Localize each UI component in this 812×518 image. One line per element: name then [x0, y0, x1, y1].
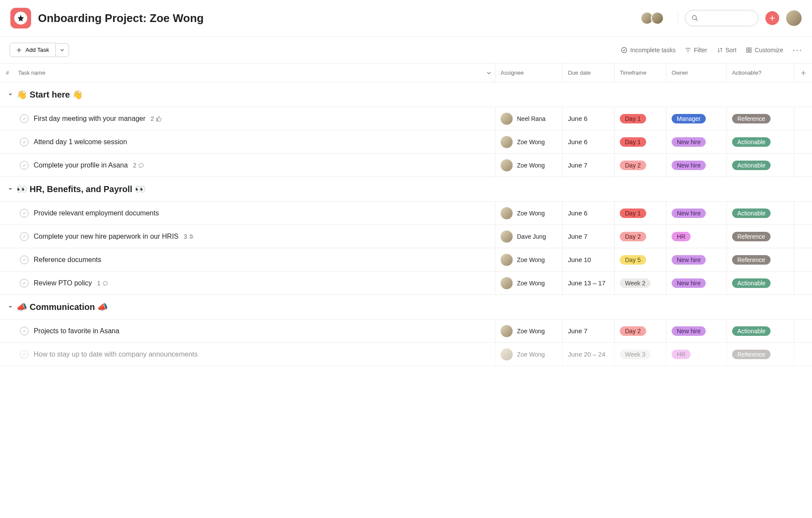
actionable-cell[interactable]: Actionable [726, 130, 794, 153]
complete-checkbox[interactable] [20, 350, 29, 359]
pill-actionable[interactable]: Actionable [732, 208, 771, 218]
task-row[interactable]: Provide relevant employment documents Zo… [0, 202, 812, 225]
task-name-cell[interactable]: Projects to favorite in Asana [0, 319, 495, 342]
owner-cell[interactable]: New hire [666, 319, 726, 342]
pill-newhire[interactable]: New hire [672, 278, 706, 288]
complete-checkbox[interactable] [20, 114, 29, 123]
pill-newhire[interactable]: New hire [672, 208, 706, 218]
due-cell[interactable]: June 7 [562, 319, 614, 342]
assignee-cell[interactable]: Zoe Wong [495, 202, 562, 224]
assignee-cell[interactable]: Zoe Wong [495, 130, 562, 153]
task-row[interactable]: Complete your profile in Asana 2 Zoe Won… [0, 154, 812, 177]
actionable-cell[interactable]: Actionable [726, 272, 794, 294]
due-cell[interactable]: June 10 [562, 248, 614, 271]
actionable-cell[interactable]: Reference [726, 343, 794, 366]
col-actionable-header[interactable]: Actionable? [726, 63, 794, 82]
pill-manager[interactable]: Manager [672, 114, 706, 123]
pill-week2[interactable]: Week 2 [620, 278, 650, 288]
task-name-cell[interactable]: Provide relevant employment documents [0, 202, 495, 224]
pill-day1[interactable]: Day 1 [620, 208, 646, 218]
pill-newhire[interactable]: New hire [672, 161, 706, 170]
due-cell[interactable]: June 6 [562, 107, 614, 130]
pill-reference[interactable]: Reference [732, 114, 771, 123]
section-header[interactable]: 📣 Communication 📣 [0, 295, 812, 319]
add-task-dropdown[interactable] [56, 43, 69, 57]
col-owner-header[interactable]: Owner [666, 63, 726, 82]
owner-cell[interactable]: New hire [666, 202, 726, 224]
pill-actionable[interactable]: Actionable [732, 137, 771, 147]
pill-reference[interactable]: Reference [732, 255, 771, 265]
actionable-cell[interactable]: Actionable [726, 154, 794, 177]
task-name-cell[interactable]: Complete your new hire paperwork in our … [0, 225, 495, 248]
actionable-cell[interactable]: Reference [726, 107, 794, 130]
due-cell[interactable]: June 6 [562, 130, 614, 153]
pill-day5[interactable]: Day 5 [620, 255, 646, 265]
timeframe-cell[interactable]: Day 1 [614, 107, 666, 130]
actionable-cell[interactable]: Reference [726, 248, 794, 271]
timeframe-cell[interactable]: Day 1 [614, 130, 666, 153]
task-name-cell[interactable]: First day meeting with your manager 2 [0, 107, 495, 130]
user-avatar[interactable] [786, 10, 802, 26]
timeframe-cell[interactable]: Day 2 [614, 154, 666, 177]
section-header[interactable]: 👀 HR, Benefits, and Payroll 👀 [0, 177, 812, 202]
complete-checkbox[interactable] [20, 138, 29, 146]
task-row[interactable]: Projects to favorite in Asana Zoe Wong J… [0, 319, 812, 343]
actionable-cell[interactable]: Actionable [726, 319, 794, 342]
col-num-header[interactable]: # [0, 63, 15, 82]
task-name-cell[interactable]: How to stay up to date with company anno… [0, 343, 495, 366]
pill-day2[interactable]: Day 2 [620, 326, 646, 336]
caret-down-icon[interactable] [8, 92, 13, 97]
col-due-header[interactable]: Due date [562, 63, 614, 82]
owner-cell[interactable]: Manager [666, 107, 726, 130]
search-input[interactable] [685, 10, 758, 26]
complete-checkbox[interactable] [20, 327, 29, 335]
task-row[interactable]: How to stay up to date with company anno… [0, 343, 812, 366]
due-cell[interactable]: June 7 [562, 154, 614, 177]
owner-cell[interactable]: New hire [666, 154, 726, 177]
pill-day2[interactable]: Day 2 [620, 232, 646, 241]
task-row[interactable]: Reference documents Zoe Wong June 10 Day… [0, 248, 812, 272]
assignee-cell[interactable]: Dave Jung [495, 225, 562, 248]
collaborator-avatar[interactable] [651, 12, 664, 25]
actionable-cell[interactable]: Reference [726, 225, 794, 248]
task-row[interactable]: First day meeting with your manager 2 Ne… [0, 107, 812, 130]
task-row[interactable]: Attend day 1 welcome session Zoe Wong Ju… [0, 130, 812, 154]
caret-down-icon[interactable] [8, 304, 13, 310]
task-row[interactable]: Review PTO policy 1 Zoe Wong June 13 – 1… [0, 272, 812, 295]
pill-actionable[interactable]: Actionable [732, 161, 771, 170]
pill-actionable[interactable]: Actionable [732, 326, 771, 336]
more-button[interactable]: ··· [793, 45, 802, 55]
pill-day1[interactable]: Day 1 [620, 114, 646, 123]
filter-button[interactable]: Filter [685, 47, 707, 54]
pill-reference[interactable]: Reference [732, 350, 771, 359]
complete-checkbox[interactable] [20, 256, 29, 264]
assignee-cell[interactable]: Zoe Wong [495, 319, 562, 342]
customize-button[interactable]: Customize [746, 47, 783, 54]
timeframe-cell[interactable]: Week 2 [614, 272, 666, 294]
col-assignee-header[interactable]: Assignee [495, 63, 562, 82]
timeframe-cell[interactable]: Day 2 [614, 319, 666, 342]
pill-newhire[interactable]: New hire [672, 255, 706, 265]
complete-checkbox[interactable] [20, 232, 29, 241]
incomplete-tasks-filter[interactable]: Incomplete tasks [621, 47, 676, 54]
owner-cell[interactable]: New hire [666, 248, 726, 271]
pill-hr[interactable]: HR [672, 232, 691, 241]
task-name-cell[interactable]: Review PTO policy 1 [0, 272, 495, 294]
pill-day1[interactable]: Day 1 [620, 137, 646, 147]
task-name-cell[interactable]: Reference documents [0, 248, 495, 271]
timeframe-cell[interactable]: Day 5 [614, 248, 666, 271]
due-cell[interactable]: June 7 [562, 225, 614, 248]
due-cell[interactable]: June 20 – 24 [562, 343, 614, 366]
assignee-cell[interactable]: Zoe Wong [495, 248, 562, 271]
col-timeframe-header[interactable]: Timeframe [614, 63, 666, 82]
add-button[interactable] [765, 11, 779, 25]
owner-cell[interactable]: HR [666, 225, 726, 248]
complete-checkbox[interactable] [20, 161, 29, 170]
assignee-cell[interactable]: Zoe Wong [495, 154, 562, 177]
complete-checkbox[interactable] [20, 209, 29, 218]
chevron-down-icon[interactable] [486, 70, 492, 76]
timeframe-cell[interactable]: Week 3 [614, 343, 666, 366]
pill-reference[interactable]: Reference [732, 232, 771, 241]
task-name-cell[interactable]: Complete your profile in Asana 2 [0, 154, 495, 177]
assignee-cell[interactable]: Zoe Wong [495, 272, 562, 294]
